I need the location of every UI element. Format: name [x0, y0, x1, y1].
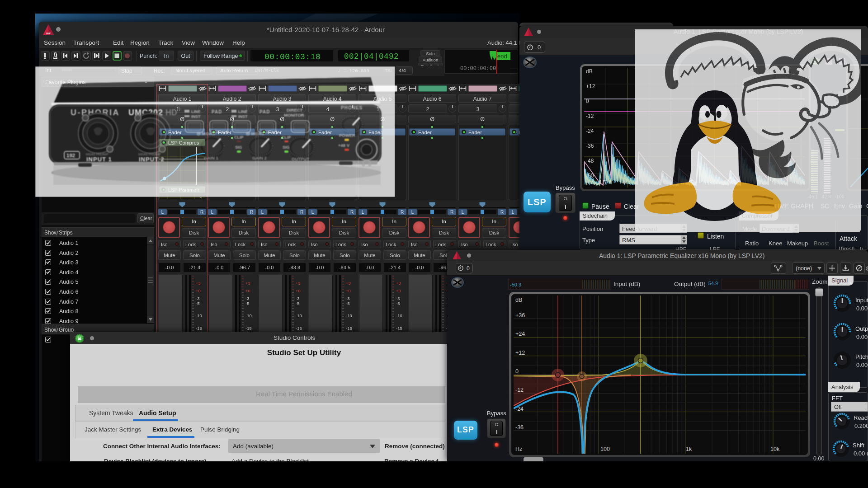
- svg-text:CLIP: CLIP: [282, 135, 291, 140]
- svg-text:PAD: PAD: [259, 109, 270, 114]
- svg-text:INST: INST: [238, 114, 248, 119]
- svg-text:CLIP: CLIP: [234, 135, 244, 140]
- svg-text:Ⓜ MIDAS: Ⓜ MIDAS: [246, 131, 264, 136]
- svg-text:GAIN 2: GAIN 2: [252, 155, 267, 160]
- svg-text:PAD: PAD: [212, 109, 222, 114]
- svg-text:GAIN 1: GAIN 1: [204, 155, 218, 160]
- svg-text:LINE: LINE: [238, 109, 248, 114]
- svg-text:MIDAS PREAMP: MIDAS PREAMP: [138, 153, 161, 156]
- svg-text:192: 192: [66, 153, 75, 158]
- svg-text:OUTPUT: OUTPUT: [292, 156, 309, 161]
- svg-text:1: 1: [178, 107, 181, 112]
- svg-text:INPUT 2: INPUT 2: [139, 156, 165, 163]
- svg-text:SIG: SIG: [283, 145, 290, 150]
- svg-text:INPUT 1: INPUT 1: [86, 156, 112, 163]
- svg-text:+48 V: +48 V: [338, 143, 350, 148]
- svg-text:HD: HD: [165, 108, 177, 117]
- svg-text:SIG: SIG: [235, 145, 242, 150]
- svg-text:LINE: LINE: [191, 109, 201, 114]
- svg-text:PHONES: PHONES: [341, 105, 363, 110]
- svg-text:MIDAS PREAMP: MIDAS PREAMP: [86, 153, 108, 156]
- svg-text:Ⓜ MIDAS: Ⓜ MIDAS: [197, 131, 215, 136]
- svg-text:INST: INST: [191, 114, 201, 119]
- svg-text:MONITOR: MONITOR: [284, 113, 304, 117]
- svg-text:POWER: POWER: [339, 133, 355, 138]
- svg-text:DIRECT: DIRECT: [287, 108, 303, 113]
